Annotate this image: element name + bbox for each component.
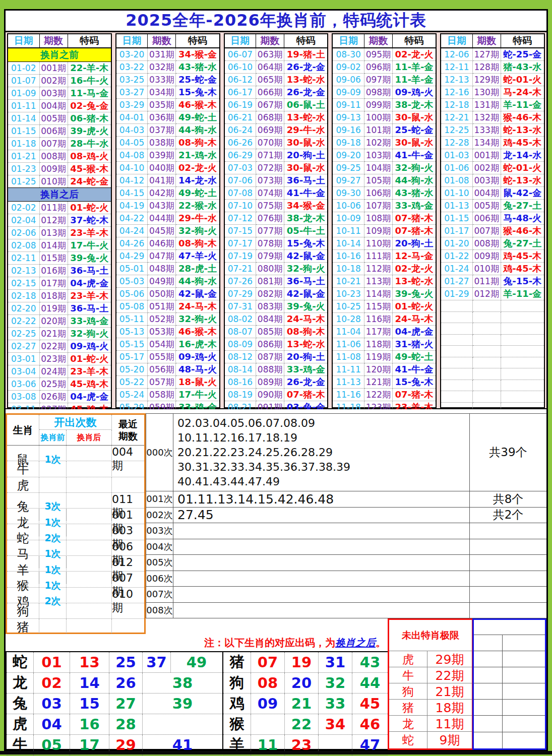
period-cell: 015期 [39,252,68,265]
draw-row: 01-15006期39-虎-火 [8,125,111,138]
special-code-cell: 09-鸡-火 [176,351,219,363]
period-cell: 079期 [256,250,284,263]
map-number-cell: 21 [285,694,319,714]
date-cell: 10-25 [333,300,364,313]
period-cell: 032期 [148,61,176,74]
draw-column-group-3: 日期期数特码06-07063期19-猪-土06-10064期26-龙-金06-1… [224,33,329,408]
frequency-row: 001次01.11.13.14.15.42.46.48共8个 [146,491,546,508]
zodiac-stats-row: 牛 [7,461,144,477]
special-code-cell: 龙-14-水 [501,149,544,162]
limit-period-cell: 18期 [427,700,472,716]
special-code-cell: 01-蛇-火 [392,300,436,313]
date-cell: 01-11 [8,100,39,112]
period-cell [472,368,501,380]
special-code-cell: 16-牛-火 [68,75,111,87]
draw-row: 04-05038期08-狗-木 [116,137,219,149]
period-cell: 052期 [148,313,176,326]
special-code-cell: 17-牛-火 [176,389,219,401]
map-row: 猪07193143 [223,652,388,673]
date-cell: 04-12 [116,174,148,187]
date-cell: 01-07 [8,75,39,87]
draw-row: 11-13121期15-兔-木 [333,376,436,389]
draw-row: 04-15042期49-蛇-土 [116,187,219,200]
draw-row: 01-02001期22-羊-木 [8,62,111,75]
special-code-cell: 13-蛇-水 [284,74,328,86]
special-code-cell [501,368,544,380]
map-number-cell: 28 [109,714,143,734]
draw-row: 10-14110期20-狗-土 [333,237,436,250]
special-code-cell: 30-鼠-水 [392,111,436,124]
special-code-cell: 28-虎-土 [176,263,219,275]
special-code-cell: 23-羊-木 [68,290,111,302]
draw-row: 01-14005期06-猪-木 [8,112,111,125]
draw-row: 04-26046期08-狗-木 [116,237,219,250]
date-cell: 06-24 [225,124,256,137]
col-header: 日期 [333,34,364,48]
map-number-cell: 15 [70,694,109,714]
date-cell: 07-29 [225,288,256,300]
count-before-cell [39,477,67,493]
date-cell: 01-14 [8,112,39,125]
date-cell: 10-18 [333,263,364,275]
blue-box-cell [474,683,503,699]
special-code-cell: 26-龙-金 [284,61,328,74]
date-cell: 02-22 [8,315,39,328]
draw-row: 04-03037期44-狗-水 [116,124,219,137]
draw-row [441,357,544,368]
draw-row: 05-06050期42-鼠-金 [116,288,219,300]
draw-row [441,368,544,380]
draw-row: 09-16101期25-蛇-金 [333,124,436,137]
period-cell: 021期 [39,328,68,340]
draw-row: 04-22044期29-牛-水 [116,212,219,225]
period-cell: 073期 [256,174,284,187]
special-code-cell: 08-狗-木 [284,326,328,338]
date-cell: 01-13 [441,200,472,212]
period-cell: 008期 [472,237,501,250]
map-number-cell: 43 [352,652,388,672]
period-cell: 050期 [148,288,176,300]
special-code-cell: 蛇-01-火 [501,74,544,86]
special-code-cell: 22-猴-水 [176,200,219,212]
count-before-cell [39,461,67,477]
draw-row: 07-12076期38-龙-木 [225,212,328,225]
period-cell: 012期 [39,214,68,227]
period-cell: 006期 [472,212,501,225]
col-header: 特码 [176,34,219,48]
draw-row: 04-24045期32-狗-火 [116,225,219,237]
empty-blue-box [472,618,546,750]
period-cell: 011期 [39,202,68,214]
draw-row: 01-09003期11-马-金 [8,87,111,100]
draw-row [441,300,544,312]
draw-column-group-4: 日期期数特码08-30095期02-龙-火09-02096期11-羊-金09-0… [332,33,437,408]
special-code-cell [501,357,544,368]
date-cell: 03-06 [8,378,39,391]
date-cell: 06-17 [225,86,256,99]
special-code-cell: 25-蛇-金 [392,124,436,137]
special-code-cell: 兔-27-土 [501,237,544,250]
special-code-cell: 44-狗-水 [176,275,219,288]
period-cell [472,300,501,312]
special-code-cell: 34-猴-金 [176,48,219,61]
period-cell: 020期 [39,315,68,328]
special-code-cell: 42-鼠-金 [284,288,328,300]
map-number-cell: 02 [34,673,70,693]
zodiac-stats-rows: 鼠1次004期牛虎兔3次011期龙1次001期蛇2次003期马1次006期羊1次… [7,446,144,635]
draw-row: 09-18102期30-鼠-水 [333,137,436,149]
period-cell: 007期 [472,225,501,237]
special-code-cell [501,323,544,335]
period-cell: 070期 [256,137,284,149]
special-code-cell: 20-狗-土 [284,351,328,363]
special-code-cell: 兔-27-土 [501,200,544,212]
numbers-line: 40.41.43.44.47.49 [177,474,469,489]
limit-row: 蛇9期 [389,732,472,748]
map-number-cell: 25 [109,652,143,672]
draw-row: 01-07002期16-牛-火 [8,75,111,87]
note-text: 注：以下生肖的对应出码，为 [204,636,335,650]
map-number-cell: 31 [319,652,352,672]
period-cell: 120期 [364,363,392,376]
special-code-cell: 29-牛-水 [284,124,328,137]
date-cell: 04-15 [116,187,148,200]
count-after-cell [67,619,112,635]
period-cell: 034期 [148,86,176,99]
period-cell: 090期 [256,389,284,401]
